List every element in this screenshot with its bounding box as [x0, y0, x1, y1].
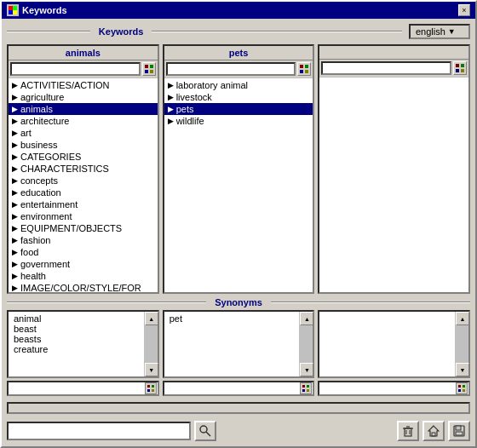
col-animals-list[interactable]: ▶ACTIVITIES/ACTION▶agriculture▶animals▶a… [9, 78, 158, 292]
col-3-list[interactable] [319, 78, 468, 292]
title-bar: Keywords × [2, 2, 475, 19]
list-item[interactable]: ▶agriculture [9, 91, 158, 103]
syn-grid-btn-1[interactable] [145, 382, 157, 394]
svg-rect-1 [13, 6, 17, 10]
syn-item[interactable]: beast [12, 324, 154, 334]
main-window: Keywords × Keywords english ▼ animals [0, 0, 477, 448]
svg-rect-27 [463, 389, 465, 392]
col-3-search-input[interactable] [321, 61, 451, 75]
window-title: Keywords [22, 5, 67, 15]
svg-rect-38 [456, 426, 461, 430]
syn-scroll-up-1[interactable]: ▲ [145, 312, 158, 325]
syn-scroll-up-3[interactable]: ▲ [456, 312, 469, 325]
list-item[interactable]: ▶animals [9, 103, 158, 115]
svg-rect-6 [145, 70, 148, 73]
list-item[interactable]: ▶CHARACTERISTICS [9, 163, 158, 175]
column-pets: pets ▶laboratory animal▶livestock▶pets▶w… [163, 44, 315, 294]
svg-rect-7 [150, 70, 153, 73]
syn-input-2[interactable] [164, 382, 300, 394]
save-button[interactable] [448, 421, 470, 441]
list-item[interactable]: ▶laboratory animal [164, 79, 313, 91]
list-item[interactable]: ▶ACTIVITIES/ACTION [9, 79, 158, 91]
list-item[interactable]: ▶architecture [9, 115, 158, 127]
syn-scroll-down-1[interactable]: ▼ [145, 363, 158, 376]
column-animals: animals ▶ACTIVITIES/ACTION▶agriculture▶a… [7, 44, 159, 294]
list-item[interactable]: ▶education [9, 187, 158, 198]
svg-rect-22 [302, 389, 305, 392]
columns-area: animals ▶ACTIVITIES/ACTION▶agriculture▶a… [7, 44, 470, 294]
search-button[interactable] [194, 421, 216, 441]
col-animals-search-input[interactable] [10, 62, 141, 76]
col-pets-list[interactable]: ▶laboratory animal▶livestock▶pets▶wildli… [164, 78, 313, 292]
svg-rect-5 [150, 65, 153, 68]
syn-scroll-down-3[interactable]: ▼ [456, 363, 469, 376]
svg-rect-15 [461, 69, 464, 72]
syn-grid-btn-3[interactable] [456, 382, 468, 394]
svg-rect-9 [305, 65, 308, 68]
synonyms-col-1: animalbeastbeastscreature ▲ ▼ [7, 310, 159, 378]
list-item[interactable]: ▶fashion [9, 234, 158, 246]
synonyms-line-left [7, 302, 206, 303]
svg-rect-18 [147, 389, 150, 392]
syn-item[interactable]: animal [12, 313, 154, 324]
list-item[interactable]: ▶art [9, 127, 158, 139]
synonyms-list-2[interactable]: pet [164, 312, 313, 376]
list-item[interactable]: ▶CATEGORIES [9, 151, 158, 163]
window-content: Keywords english ▼ animals [2, 19, 475, 446]
list-item[interactable]: ▶health [9, 270, 158, 282]
list-item[interactable]: ▶government [9, 258, 158, 270]
list-item[interactable]: ▶concepts [9, 175, 158, 187]
syn-item[interactable]: beasts [12, 334, 154, 344]
syn-item[interactable]: pet [168, 313, 310, 324]
svg-rect-21 [307, 385, 309, 388]
list-item[interactable]: ▶wildlife [164, 115, 313, 127]
syn-input-1[interactable] [9, 382, 144, 394]
syn-item[interactable]: creature [12, 344, 154, 354]
list-item[interactable]: ▶IMAGE/COLOR/STYLE/FOR [9, 282, 158, 292]
language-label: english [416, 26, 445, 37]
list-item[interactable]: ▶environment [9, 210, 158, 222]
svg-rect-26 [458, 389, 461, 392]
svg-point-28 [200, 426, 207, 433]
synonyms-input-row [7, 381, 470, 396]
col-animals-search-row [9, 60, 158, 78]
bottom-toolbar [7, 421, 470, 441]
language-dropdown[interactable]: english ▼ [409, 24, 470, 39]
synonyms-list-3[interactable] [319, 312, 468, 376]
svg-rect-0 [9, 6, 13, 10]
close-button[interactable]: × [458, 4, 470, 16]
svg-line-29 [206, 432, 210, 436]
synonyms-col-2: pet ▲ ▼ [163, 310, 315, 378]
list-item[interactable]: ▶entertainment [9, 198, 158, 210]
syn-grid-btn-2[interactable] [300, 382, 312, 394]
svg-rect-19 [152, 389, 154, 392]
col-animals-grid-btn[interactable] [142, 62, 156, 76]
list-item[interactable]: ▶pets [164, 103, 313, 115]
col-pets-search-input[interactable] [166, 62, 296, 76]
home-button[interactable] [422, 421, 445, 441]
svg-rect-8 [300, 65, 303, 68]
list-item[interactable]: ▶food [9, 246, 158, 258]
col-pets-grid-btn[interactable] [297, 62, 311, 76]
synonyms-list-1[interactable]: animalbeastbeastscreature [9, 312, 158, 376]
list-item[interactable]: ▶livestock [164, 91, 313, 103]
search-input[interactable] [7, 422, 191, 440]
list-item[interactable]: ▶business [9, 139, 158, 151]
col-3-search-row [319, 60, 468, 78]
window-icon [7, 4, 19, 16]
syn-scroll-down-2[interactable]: ▼ [300, 363, 313, 376]
keywords-section-label: Keywords [94, 26, 149, 37]
list-item[interactable]: ▶EQUIPMENT/OBJECTS [9, 222, 158, 234]
col-3-grid-btn[interactable] [453, 61, 467, 75]
syn-scroll-up-2[interactable]: ▲ [300, 312, 313, 325]
synonyms-header: Synonyms [7, 297, 470, 307]
svg-rect-13 [461, 64, 464, 67]
syn-input-3[interactable] [319, 382, 455, 394]
svg-rect-4 [145, 65, 148, 68]
svg-rect-10 [300, 70, 303, 73]
svg-rect-16 [147, 385, 150, 388]
language-arrow: ▼ [448, 27, 456, 36]
column-3 [318, 44, 470, 294]
delete-button[interactable] [397, 421, 419, 441]
svg-rect-3 [13, 10, 17, 14]
